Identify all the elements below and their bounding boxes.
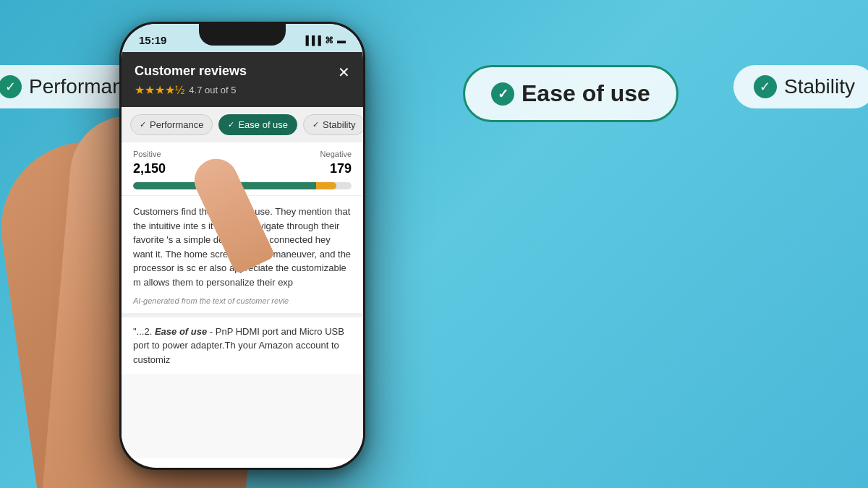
filter-tags: ✓ Performance ✓ Ease of use ✓ Stability … — [122, 107, 363, 142]
performance-check-icon: ✓ — [0, 75, 22, 98]
stab-check: ✓ — [312, 120, 319, 129]
positive-count: 2,150 — [133, 161, 166, 176]
reviews-header: Customer reviews ★★★★½ 4.7 out of 5 ✕ — [122, 52, 363, 107]
reviews-title: Customer reviews — [135, 64, 247, 79]
battery-icon: ▬ — [337, 35, 346, 46]
close-button[interactable]: ✕ — [338, 64, 350, 81]
rating-text: 4.7 out of 5 — [189, 85, 236, 95]
status-icons: ▐▐▐ ⌘ ▬ — [302, 35, 346, 46]
stats-numbers: 2,150 179 — [133, 161, 352, 176]
positive-label: Positive — [133, 150, 161, 158]
bg-tag-stability: ✓ Stability — [733, 65, 868, 108]
filter-tag-performance[interactable]: ✓ Performance — [130, 114, 213, 135]
ease-highlight: Ease of use — [155, 326, 207, 337]
stability-label: Stability — [784, 75, 855, 98]
perf-tag-label: Performance — [150, 119, 203, 130]
stability-check-icon: ✓ — [754, 75, 777, 98]
ease-of-use-label: Ease of use — [522, 80, 650, 107]
ease-check: ✓ — [228, 120, 234, 129]
filter-tag-ease-of-use[interactable]: ✓ Ease of use — [218, 114, 297, 135]
rating-stars: ★★★★½ — [135, 83, 184, 97]
stats-labels: Positive Negative — [133, 150, 352, 158]
signal-icon: ▐▐▐ — [302, 35, 321, 46]
negative-count: 179 — [330, 161, 352, 176]
review-quote: "...2. Ease of use - PnP HDMI port and M… — [122, 313, 363, 374]
stab-tag-label: Stability — [323, 119, 356, 130]
ai-label: AI-generated from the text of customer r… — [133, 295, 352, 307]
perf-check: ✓ — [140, 120, 146, 129]
reviews-header-left: Customer reviews ★★★★½ 4.7 out of 5 — [135, 64, 247, 97]
negative-label: Negative — [320, 150, 352, 158]
ease-tag-label: Ease of use — [238, 119, 288, 130]
bg-tag-ease-of-use[interactable]: ✓ Ease of use — [463, 65, 678, 122]
reviews-rating: ★★★★½ 4.7 out of 5 — [135, 83, 247, 97]
quote-start: "...2. — [133, 326, 155, 337]
status-time: 15:19 — [139, 34, 166, 46]
filter-tag-stability[interactable]: ✓ Stability — [303, 114, 363, 135]
ease-of-use-check-icon: ✓ — [491, 82, 514, 106]
wifi-icon: ⌘ — [325, 35, 333, 46]
phone-notch — [199, 24, 286, 46]
